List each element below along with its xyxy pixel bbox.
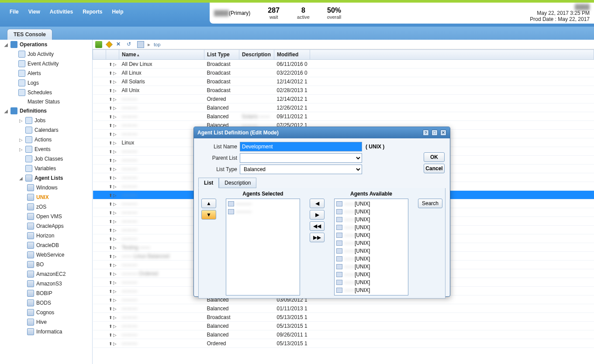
nav-schedules[interactable]: Schedules — [0, 88, 92, 97]
list-type-select[interactable]: Balanced — [240, 165, 362, 174]
menu-file[interactable]: File — [10, 9, 19, 21]
menu-view[interactable]: View — [28, 9, 40, 21]
cancel-button[interactable]: Cancel — [424, 164, 445, 173]
list-type-label: List Type — [198, 166, 240, 172]
list-item[interactable]: ——[UNIX] — [335, 286, 407, 294]
table-row[interactable]: ⬆▷All UnixBroadcast02/28/2013 1 — [93, 86, 594, 95]
col-modified[interactable]: Modified — [274, 50, 310, 60]
print-icon[interactable] — [137, 41, 144, 48]
col-description[interactable]: Description — [239, 50, 274, 60]
nav-webservice[interactable]: WebService — [0, 250, 92, 260]
parent-list-select[interactable] — [240, 153, 362, 163]
tab-tes-console[interactable]: TES Console — [7, 29, 52, 40]
table-row[interactable]: ⬆▷All LinuxBroadcast03/22/2016 0 — [93, 69, 594, 77]
nav-calendars[interactable]: Calendars — [0, 125, 92, 135]
agents-selected-list[interactable]: —————— — [226, 199, 300, 295]
agents-available-header: Agents Available — [350, 191, 392, 197]
remove-button[interactable]: ▶ — [310, 210, 325, 220]
maximize-icon[interactable]: □ — [432, 130, 438, 136]
overall-label: overall — [327, 14, 341, 20]
table-row[interactable]: ⬆▷———Ordered12/14/2012 1 — [93, 95, 594, 103]
table-row[interactable]: ⬆▷———BalancedSolaris ——09/11/2012 1 — [93, 112, 594, 121]
nav-jobs[interactable]: ▷Jobs — [0, 116, 92, 125]
menu-activities[interactable]: Activities — [50, 9, 73, 21]
close-icon[interactable]: ✕ — [440, 130, 446, 136]
list-item[interactable]: ——[UNIX] — [335, 231, 407, 239]
nav-horizon[interactable]: Horizon — [0, 231, 92, 240]
nav-definitions[interactable]: ◢Definitions — [0, 106, 92, 116]
edit-icon[interactable] — [106, 41, 113, 48]
table-row[interactable]: ⬆▷All SolarisBroadcast12/14/2012 1 — [93, 77, 594, 86]
table-row[interactable]: ⬆▷———Balanced12/26/2012 1 — [93, 103, 594, 112]
nav-unix[interactable]: UNIX — [0, 192, 92, 202]
delete-icon[interactable]: ✕ — [116, 41, 123, 48]
menu-help[interactable]: Help — [112, 9, 124, 21]
table-row[interactable]: ⬆▷All Dev LinuxBroadcast06/11/2016 0 — [93, 60, 594, 69]
table-row[interactable]: ⬆▷———Balanced05/13/2015 1 — [93, 322, 594, 330]
col-listtype[interactable]: List Type — [204, 50, 239, 60]
list-item[interactable]: ——[UNIX] — [335, 239, 407, 247]
nav-amazonec2[interactable]: AmazonEC2 — [0, 269, 92, 279]
move-down-button[interactable]: ▼ — [201, 210, 216, 220]
wait-count: 287 — [268, 6, 280, 14]
nav-openvms[interactable]: Open VMS — [0, 212, 92, 221]
ok-button[interactable]: OK — [424, 152, 445, 162]
nav-informatica[interactable]: Informatica — [0, 327, 92, 337]
nav-event-activity[interactable]: Event Activity — [0, 59, 92, 69]
move-up-button[interactable]: ▲ — [201, 199, 216, 208]
list-item[interactable]: ——— — [227, 200, 299, 208]
nav-cognos[interactable]: Cognos — [0, 308, 92, 317]
nav-job-activity[interactable]: Job Activity — [0, 49, 92, 59]
add-all-button[interactable]: ◀◀ — [310, 221, 325, 231]
nav-variables[interactable]: Variables — [0, 164, 92, 173]
remove-all-button[interactable]: ▶▶ — [310, 233, 325, 242]
list-item[interactable]: ——— — [227, 208, 299, 216]
nav-logs[interactable]: Logs — [0, 78, 92, 88]
nav-amazons3[interactable]: AmazonS3 — [0, 279, 92, 288]
table-row[interactable]: ⬆▷———Balanced01/11/2013 1 — [93, 304, 594, 313]
nav-events[interactable]: ▷Events — [0, 144, 92, 154]
tab-description[interactable]: Description — [219, 178, 256, 188]
nav-bo[interactable]: BO — [0, 260, 92, 269]
nav-oracleapps[interactable]: OracleApps — [0, 221, 92, 231]
list-item[interactable]: ——[UNIX] — [335, 271, 407, 278]
nav-hive[interactable]: Hive — [0, 317, 92, 327]
table-row[interactable]: ⬆▷———Ordered05/13/2015 1 — [93, 339, 594, 348]
table-row[interactable]: ⬆▷———Broadcast05/13/2015 1 — [93, 313, 594, 322]
nav-actions[interactable]: ▷Actions — [0, 135, 92, 144]
search-button[interactable]: Search — [418, 199, 442, 208]
nav-bobip[interactable]: BOBIP — [0, 288, 92, 298]
tabstrip: TES Console — [0, 27, 594, 40]
nav-oracledb[interactable]: OracleDB — [0, 240, 92, 250]
nav-tree[interactable]: ◢Operations Job Activity Event Activity … — [0, 40, 93, 364]
list-item[interactable]: ——[UNIX] — [335, 200, 407, 208]
list-item[interactable]: ——[UNIX] — [335, 263, 407, 271]
col-name[interactable]: Name — [119, 50, 204, 60]
nav-operations[interactable]: ◢Operations — [0, 40, 92, 49]
nav-master-status[interactable]: Master Status — [0, 97, 92, 106]
help-icon[interactable]: ? — [423, 130, 429, 136]
list-item[interactable]: ——[UNIX] — [335, 208, 407, 216]
nav-alerts[interactable]: Alerts — [0, 69, 92, 78]
nav-bods[interactable]: BODS — [0, 298, 92, 308]
add-button[interactable]: ◀ — [310, 199, 325, 208]
nav-job-classes[interactable]: Job Classes — [0, 154, 92, 164]
nav-windows[interactable]: Windows — [0, 183, 92, 192]
agents-available-list[interactable]: ——[UNIX]——[UNIX]——[UNIX]——[UNIX]——[UNIX]… — [334, 199, 408, 295]
list-name-input[interactable] — [240, 142, 362, 151]
list-item[interactable]: ——[UNIX] — [335, 247, 407, 255]
nav-zos[interactable]: zOS — [0, 202, 92, 212]
primary-label: (Primary) — [229, 10, 250, 16]
tab-list[interactable]: List — [198, 178, 219, 188]
list-item[interactable]: ——[UNIX] — [335, 255, 407, 263]
table-row[interactable]: ⬆▷———Balanced09/26/2011 1 — [93, 330, 594, 339]
menu-reports[interactable]: Reports — [83, 9, 102, 21]
overall-pct: 50% — [327, 6, 341, 14]
nav-agent-lists[interactable]: ◢Agent Lists — [0, 173, 92, 183]
list-item[interactable]: ——[UNIX] — [335, 278, 407, 286]
list-item[interactable]: ——[UNIX] — [335, 216, 407, 223]
refresh-icon[interactable]: ↺ — [127, 41, 134, 48]
breadcrumb[interactable]: top — [154, 42, 160, 47]
new-icon[interactable] — [95, 41, 102, 48]
list-item[interactable]: ——[UNIX] — [335, 223, 407, 231]
